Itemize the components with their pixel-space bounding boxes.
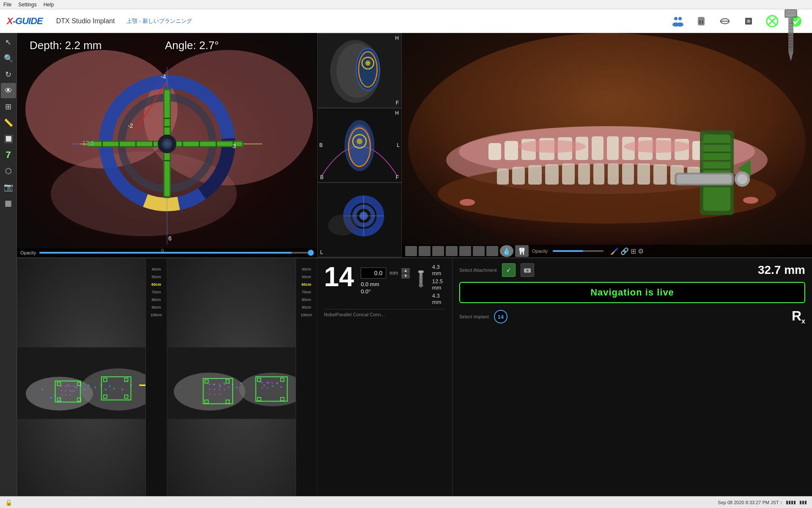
toolbar-people-icon[interactable] bbox=[668, 12, 687, 30]
svg-point-177 bbox=[263, 384, 265, 386]
mm-unit: mm bbox=[390, 270, 398, 276]
rx-logo: Rx bbox=[792, 308, 805, 325]
title-bar: X-GUIDE DTX Studio Implant 上顎 - 新しいプランニン… bbox=[0, 9, 812, 33]
drill-diagram bbox=[778, 8, 804, 65]
sidebar-measure[interactable]: 📏 bbox=[1, 115, 16, 130]
skull-tooth-icon-1[interactable] bbox=[405, 246, 417, 256]
skull-jaw-icon[interactable]: 🦷 bbox=[515, 245, 529, 257]
svg-rect-83 bbox=[592, 136, 604, 160]
skull-link-icon[interactable]: 🔗 bbox=[620, 247, 629, 255]
val-angle: 0.0° bbox=[361, 288, 370, 295]
svg-point-170 bbox=[219, 385, 221, 387]
svg-point-117 bbox=[737, 174, 747, 184]
svg-rect-211 bbox=[419, 278, 423, 278]
sidebar-implant[interactable]: 7 bbox=[1, 147, 16, 163]
sidebar-mesh[interactable]: 🔲 bbox=[1, 131, 16, 146]
sidebar-zoom[interactable]: 🔍 bbox=[1, 51, 16, 66]
svg-point-10 bbox=[747, 19, 750, 23]
svg-point-130 bbox=[88, 384, 90, 386]
implant-values: 0.0 mm 0.0° bbox=[361, 281, 410, 295]
svg-point-152 bbox=[61, 390, 62, 391]
main-3d-view[interactable]: -4 -2 3 6 9 12.5 Depth: 2.2 mm Angle: 2.… bbox=[17, 33, 317, 257]
svg-rect-210 bbox=[419, 276, 423, 276]
svg-point-175 bbox=[240, 382, 242, 384]
svg-rect-94 bbox=[545, 164, 559, 185]
svg-rect-33 bbox=[163, 160, 171, 161]
mm-input[interactable]: 0.0 bbox=[361, 268, 386, 279]
opacity-label: Opacity bbox=[20, 250, 36, 255]
svg-rect-213 bbox=[419, 281, 423, 282]
svg-rect-39 bbox=[152, 141, 154, 147]
svg-rect-224 bbox=[788, 18, 793, 52]
menu-settings[interactable]: Settings bbox=[18, 2, 36, 8]
svg-point-157 bbox=[65, 394, 66, 395]
status-bar: 🔒 Sep 08 2020 8:33:27 PM JST ↑ ▮▮▮▮ ▮▮▮ bbox=[0, 496, 812, 508]
select-implant-row: Select Implant 14 Rx bbox=[459, 308, 805, 325]
skull-settings-icon[interactable]: ⚙ bbox=[638, 247, 644, 255]
depth-label: Depth: 2.2 mm bbox=[30, 39, 102, 52]
svg-point-195 bbox=[209, 394, 210, 395]
mm-down-arrow[interactable]: ▼ bbox=[401, 273, 410, 279]
svg-point-208 bbox=[266, 387, 268, 388]
opacity-slider-track[interactable] bbox=[39, 252, 314, 254]
attachment-check-btn[interactable]: ✓ bbox=[502, 263, 516, 277]
implant-select-badge[interactable]: 14 bbox=[494, 310, 508, 323]
svg-point-206 bbox=[277, 382, 278, 384]
svg-rect-109 bbox=[703, 160, 730, 162]
sidebar-slice[interactable]: ⊞ bbox=[1, 99, 16, 114]
toolbar-jaw-icon[interactable] bbox=[692, 12, 710, 30]
lock-icon: 🔒 bbox=[5, 499, 12, 506]
menu-file[interactable]: File bbox=[3, 2, 11, 8]
camera-right-svg bbox=[167, 259, 317, 508]
svg-rect-42 bbox=[216, 141, 217, 147]
camera-left-svg: 40cm bbox=[17, 259, 167, 508]
skull-paint-icon[interactable]: 🖌️ bbox=[610, 247, 619, 255]
skull-tooth-icon-4[interactable] bbox=[446, 246, 458, 256]
sidebar-view-active[interactable]: 👁 bbox=[1, 83, 16, 98]
sidebar-rotate[interactable]: ↻ bbox=[1, 67, 16, 82]
ruler-r-50: 50cm bbox=[302, 275, 311, 279]
ct-panel-mid-svg bbox=[318, 108, 401, 182]
skull-tooth-icon-5[interactable] bbox=[459, 246, 471, 256]
svg-rect-214 bbox=[418, 271, 423, 273]
menu-help[interactable]: Help bbox=[44, 2, 54, 8]
svg-point-126 bbox=[75, 387, 77, 388]
skull-tooth-icon-6[interactable] bbox=[473, 246, 485, 256]
skull-tooth-icon-3[interactable] bbox=[432, 246, 444, 256]
sidebar-cursor[interactable]: ↖ bbox=[1, 35, 16, 50]
ct-panel-bot-svg bbox=[318, 183, 401, 257]
svg-rect-108 bbox=[703, 152, 730, 153]
toolbar-tool-icon[interactable] bbox=[739, 12, 758, 30]
panel-mid-b2-label: B bbox=[320, 174, 324, 180]
svg-point-154 bbox=[69, 390, 71, 391]
skull-tooth-icon-2[interactable] bbox=[419, 246, 431, 256]
svg-point-203 bbox=[261, 382, 263, 384]
opacity-slider-thumb[interactable] bbox=[308, 250, 314, 256]
mm-arrows: ▲ ▼ bbox=[401, 268, 410, 279]
panel-mid-b-label: B bbox=[319, 142, 323, 148]
skull-opacity-track[interactable] bbox=[553, 250, 604, 252]
svg-rect-77 bbox=[488, 143, 501, 160]
svg-point-138 bbox=[58, 399, 60, 401]
panel-mid-h-label: H bbox=[395, 110, 399, 116]
skull-droplet-icon[interactable]: 💧 bbox=[500, 245, 513, 257]
skull-layers-icon[interactable]: ⊞ bbox=[631, 247, 636, 255]
svg-point-174 bbox=[236, 387, 238, 388]
ruler-80: 80cm bbox=[151, 298, 161, 302]
svg-rect-110 bbox=[703, 168, 730, 170]
sidebar-bone[interactable]: ⬡ bbox=[1, 163, 16, 179]
select-implant-label: Select Implant bbox=[459, 314, 489, 319]
svg-rect-5 bbox=[700, 20, 700, 24]
svg-point-72 bbox=[328, 215, 357, 236]
svg-point-150 bbox=[69, 386, 71, 387]
implant-diagram: 4.3 mm 12.5 mm 4.3 mm bbox=[417, 263, 447, 306]
sidebar-camera[interactable]: 📷 bbox=[1, 179, 16, 195]
skull-3d-view[interactable]: 💧 🦷 Opacity 🖌️ 🔗 ⊞ ⚙ bbox=[402, 33, 812, 257]
sidebar-grid[interactable]: ▦ bbox=[1, 196, 16, 211]
attachment-scan-btn[interactable] bbox=[521, 263, 534, 277]
toolbar-scan-icon[interactable] bbox=[716, 12, 734, 30]
skull-tooth-icon-7[interactable] bbox=[486, 246, 498, 256]
ruler-90: 90cm bbox=[151, 305, 161, 309]
mm-up-arrow[interactable]: ▲ bbox=[401, 268, 410, 273]
implant-name: NobelParallel Conical Conn... bbox=[324, 309, 445, 317]
